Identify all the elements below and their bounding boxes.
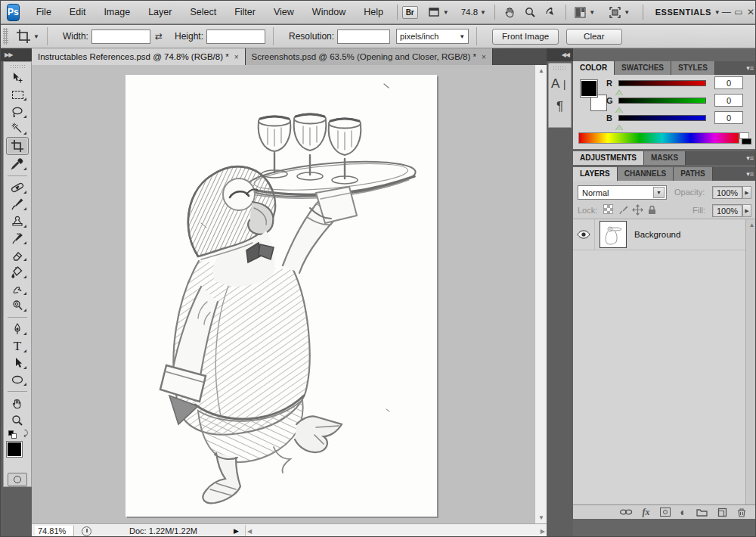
dock-collapse-button[interactable]: ◀◀ [547, 48, 573, 61]
close-button[interactable]: ✕ [745, 1, 756, 23]
character-panel-icon[interactable]: A❘ [549, 73, 571, 95]
menu-window[interactable]: Window [303, 1, 355, 23]
lock-all-icon[interactable] [646, 204, 658, 216]
history-brush-tool[interactable] [6, 230, 29, 247]
new-group-icon[interactable] [696, 508, 708, 517]
swap-dimensions-icon[interactable]: ⇄ [155, 31, 163, 42]
resolution-input[interactable] [337, 29, 390, 44]
lock-position-icon[interactable] [632, 204, 643, 216]
tab-styles[interactable]: STYLES [671, 61, 715, 75]
pen-tool[interactable] [6, 321, 29, 337]
menu-filter[interactable]: Filter [225, 1, 265, 23]
move-tool[interactable] [6, 70, 29, 86]
foreground-color-swatch[interactable] [580, 79, 598, 98]
width-input[interactable] [91, 29, 150, 44]
green-value-input[interactable]: 0 [714, 94, 743, 107]
close-icon[interactable]: × [234, 53, 239, 61]
document-tab-screenshots[interactable]: Screenshots.psd @ 63.5% (Opening and Clo… [246, 48, 493, 65]
blue-slider[interactable] [618, 115, 706, 121]
eyedropper-tool[interactable] [6, 155, 29, 172]
red-value-input[interactable]: 0 [714, 76, 743, 89]
panel-menu-icon[interactable]: ▾≡ [746, 167, 754, 181]
close-icon[interactable]: × [482, 53, 486, 61]
rotate-view-button[interactable] [541, 5, 561, 20]
add-layer-mask-icon[interactable] [660, 508, 671, 517]
menu-edit[interactable]: Edit [60, 1, 95, 23]
green-slider[interactable] [618, 98, 706, 104]
zoom-tool-button[interactable] [520, 5, 541, 20]
document-tab-instructables[interactable]: Instructables References.psd @ 74.8% (RG… [32, 48, 246, 65]
dodge-tool[interactable] [6, 297, 29, 314]
red-slider[interactable] [618, 80, 706, 86]
menu-view[interactable]: View [265, 1, 303, 23]
minimize-button[interactable]: — [720, 1, 733, 23]
green-slider-thumb[interactable] [615, 104, 623, 113]
workspace-switcher[interactable]: ESSENTIALS [655, 8, 711, 17]
chevron-down-icon[interactable]: ▼ [33, 33, 39, 40]
tab-color[interactable]: COLOR [573, 61, 615, 75]
new-layer-icon[interactable] [717, 508, 727, 517]
hand-tool-button[interactable] [500, 5, 520, 20]
panel-menu-icon[interactable]: ▾≡ [746, 61, 754, 75]
eraser-tool[interactable] [6, 247, 29, 263]
scroll-up-icon[interactable]: ▲ [535, 65, 547, 76]
link-layers-icon[interactable] [619, 508, 633, 516]
path-selection-tool[interactable] [6, 355, 29, 371]
opacity-spinner-icon[interactable]: ▶ [742, 186, 751, 199]
default-and-swap-colors[interactable]: ⤸ [6, 429, 29, 439]
zoom-level-dropdown[interactable]: 74.8 ▼ [457, 6, 490, 18]
paragraph-panel-icon[interactable]: ¶ [549, 95, 571, 118]
scroll-left-icon[interactable]: ◀ [247, 528, 252, 535]
tools-dock-collapse-button[interactable]: ▶▶ [1, 48, 32, 61]
tab-channels[interactable]: CHANNELS [618, 167, 674, 181]
menu-select[interactable]: Select [181, 1, 225, 23]
screen-mode-button[interactable]: ▼ [605, 5, 634, 20]
scroll-up-icon[interactable]: ▲ [746, 219, 756, 231]
delete-layer-icon[interactable] [737, 508, 746, 517]
menu-image[interactable]: Image [94, 1, 139, 23]
lock-pixels-icon[interactable] [618, 204, 630, 216]
quick-mask-button[interactable] [8, 473, 27, 486]
spectrum-black-swatch[interactable] [742, 138, 751, 144]
resolution-unit-select[interactable]: pixels/inch ▼ [396, 29, 469, 44]
arrange-documents-button[interactable]: ▼ [570, 5, 599, 20]
crop-tool-preset-icon[interactable] [16, 29, 31, 44]
tools-panel-grip[interactable] [10, 64, 25, 68]
blend-mode-select[interactable]: Normal ▼ [578, 185, 667, 200]
shape-ellipse-tool[interactable] [6, 371, 29, 388]
canvas-horizontal-scrollbar[interactable]: ◀ ▶ [245, 525, 547, 537]
crop-tool[interactable] [6, 137, 29, 155]
tab-masks[interactable]: MASKS [644, 151, 686, 165]
status-zoom-field[interactable]: 74.81% [35, 526, 74, 537]
tab-paths[interactable]: PATHS [674, 167, 712, 181]
quick-selection-tool[interactable] [6, 120, 29, 137]
launch-bridge-button[interactable]: Br [402, 6, 418, 19]
maximize-button[interactable]: ▭ [733, 1, 745, 23]
gradient-paint-bucket-tool[interactable] [6, 263, 29, 280]
lock-transparency-icon[interactable] [603, 204, 613, 216]
dock-grip[interactable] [553, 66, 567, 70]
fill-spinner-icon[interactable]: ▶ [742, 204, 751, 217]
layers-scrollbar[interactable]: ▲ [745, 219, 756, 504]
tab-layers[interactable]: LAYERS [573, 167, 618, 181]
fill-value[interactable]: 100% [712, 204, 742, 217]
scroll-down-icon[interactable]: ▼ [535, 512, 547, 523]
height-input[interactable] [206, 29, 265, 44]
scroll-right-icon[interactable]: ▶ [541, 528, 545, 535]
tab-adjustments[interactable]: ADJUSTMENTS [573, 151, 644, 165]
clear-button[interactable]: Clear [566, 29, 621, 45]
layer-style-icon[interactable]: fx [643, 507, 650, 518]
view-extras-button[interactable]: ▼ [424, 5, 453, 20]
zoom-tool[interactable] [6, 412, 29, 429]
status-menu-arrow-icon[interactable]: ▶ [234, 527, 239, 535]
options-bar-grip[interactable] [3, 28, 8, 45]
opacity-value[interactable]: 100% [712, 186, 742, 199]
color-spectrum-ramp[interactable] [578, 132, 739, 144]
canvas-vertical-scrollbar[interactable]: ▲ ▼ [534, 65, 547, 523]
tab-swatches[interactable]: SWATCHES [615, 61, 671, 75]
spot-healing-brush-tool[interactable] [6, 179, 29, 196]
canvas-area[interactable] [32, 65, 534, 523]
layer-row-background[interactable]: Background [573, 219, 745, 250]
menu-help[interactable]: Help [355, 1, 392, 23]
clone-stamp-tool[interactable] [6, 213, 29, 229]
